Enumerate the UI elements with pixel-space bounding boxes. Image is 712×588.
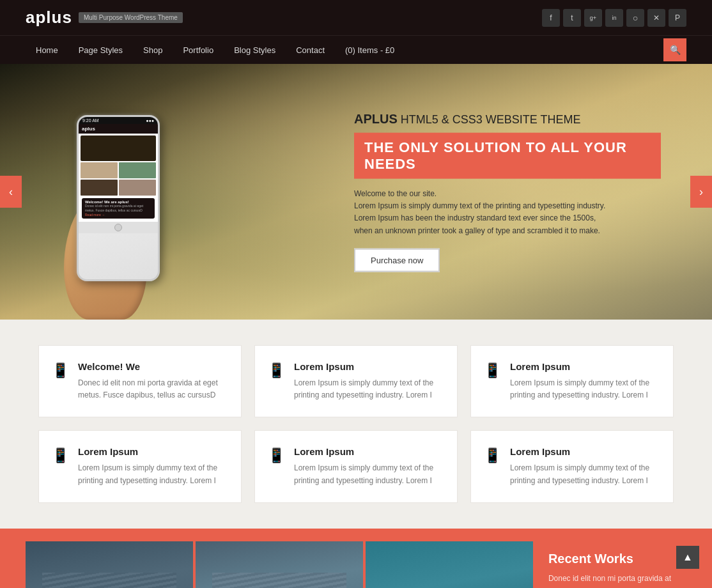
google-plus-icon[interactable]: g+ [584,9,602,27]
feature-desc-4: Lorem Ipsum is simply dummy text of the … [78,462,228,486]
header-logo: aplus Multi Purpose WordPress Theme [26,8,183,27]
github-icon[interactable]: ○ [626,9,644,27]
feature-content-6: Lorem Ipsum Lorem Ipsum is simply dummy … [510,446,660,486]
feature-content-2: Lorem Ipsum Lorem Ipsum is simply dummy … [294,361,444,401]
slider-next-button[interactable]: › [690,176,712,208]
phone-popup: Welcome! We are aplus! Donec id elit non… [82,198,155,219]
phone-popup-text: Donec id elit non mi porta gravida at eg… [85,204,151,213]
scroll-to-top-button[interactable]: ▲ [676,546,699,569]
recent-works-title: Recent Works [548,552,671,566]
nav-page-styles[interactable]: Page Styles [68,37,133,63]
mobile-icon-3: 📱 [484,362,501,379]
phone-logo: aplus [82,126,95,132]
nav-portfolio[interactable]: Portfolio [173,37,224,63]
phone-display: 9:20 AM ●●● aplus Welcome! We are aplus!… [51,67,205,320]
feature-title-3: Lorem Ipsum [510,361,660,372]
chevron-left-icon: ‹ [9,185,13,199]
search-button[interactable]: 🔍 [663,38,686,61]
recent-works-section: ‹ › Recent Works Donec id elit non mi po… [0,529,712,588]
feature-content-3: Lorem Ipsum Lorem Ipsum is simply dummy … [510,361,660,401]
phone-cell-4 [119,180,156,196]
feature-title-2: Lorem Ipsum [294,361,444,372]
linkedin-icon[interactable]: in [605,9,623,27]
feature-title-5: Lorem Ipsum [294,446,444,457]
phone-home-button [114,224,122,231]
chevron-right-icon: › [699,185,703,199]
header-top: aplus Multi Purpose WordPress Theme f t … [0,0,712,35]
feature-title-1: Welcome! We [78,361,228,372]
phone-time: 9:20 AM [82,118,99,123]
mobile-icon-4: 📱 [52,447,69,464]
work-image-3: ‹ › [366,541,533,588]
nav-items: Home Page Styles Shop Portfolio Blog Sty… [26,37,663,63]
mobile-icon-2: 📱 [268,362,285,379]
feature-content-5: Lorem Ipsum Lorem Ipsum is simply dummy … [294,446,444,486]
hero-subtitle: APLUS HTML5 & CSS3 WEBSITE THEME [354,112,661,127]
phone-topbar: aplus [79,124,158,134]
feature-title-4: Lorem Ipsum [78,446,228,457]
hero-description: Welcome to the our site. Lorem Ipsum is … [354,188,661,237]
recent-works-desc: Donec id elit non mi porta gravida at [548,573,671,585]
twitter-icon[interactable]: t [563,9,581,27]
logo-text: aplus [26,8,72,27]
nav-cart[interactable]: (0) Items - £0 [335,37,405,63]
feature-content-1: Welcome! We Donec id elit non mi porta g… [78,361,228,401]
work-image-2 [196,541,363,588]
mobile-icon-1: 📱 [52,362,69,379]
feature-desc-5: Lorem Ipsum is simply dummy text of the … [294,462,444,486]
feature-desc-6: Lorem Ipsum is simply dummy text of the … [510,462,660,486]
feature-card-4: 📱 Lorem Ipsum Lorem Ipsum is simply dumm… [38,430,242,502]
phone-body: Welcome! We are aplus! Donec id elit non… [79,134,158,222]
feature-desc-1: Donec id elit non mi porta gravida at eg… [78,377,228,401]
phone-cell-1 [81,162,118,178]
purchase-button[interactable]: Purchase now [354,248,440,272]
phone-grid [81,162,156,196]
logo-tagline: Multi Purpose WordPress Theme [79,12,183,23]
feature-desc-2: Lorem Ipsum is simply dummy text of the … [294,377,444,401]
phone-hero-block [81,135,156,161]
nav-bar: Home Page Styles Shop Portfolio Blog Sty… [0,35,712,64]
mobile-icon-6: 📱 [484,447,501,464]
features-grid-row2: 📱 Lorem Ipsum Lorem Ipsum is simply dumm… [38,430,674,502]
feature-card-6: 📱 Lorem Ipsum Lorem Ipsum is simply dumm… [470,430,674,502]
xing-icon[interactable]: ✕ [647,9,665,27]
work-image-1 [26,541,193,588]
phone-home-area [79,222,158,233]
phone-popup-link: Read more → [85,213,151,217]
phone-cell-2 [119,162,156,178]
feature-card-3: 📱 Lorem Ipsum Lorem Ipsum is simply dumm… [470,345,674,417]
nav-blog-styles[interactable]: Blog Styles [224,37,286,63]
phone-device: 9:20 AM ●●● aplus Welcome! We are aplus!… [77,115,160,281]
hero-title: THE ONLY SOLUTION TO ALL YOUR NEEDS [354,133,661,179]
feature-title-6: Lorem Ipsum [510,446,660,457]
feature-card-5: 📱 Lorem Ipsum Lorem Ipsum is simply dumm… [254,430,458,502]
phone-signal: ●●● [146,118,154,123]
works-images: ‹ › [26,541,533,588]
pinterest-icon[interactable]: P [669,9,686,27]
nav-contact[interactable]: Contact [286,37,335,63]
search-icon: 🔍 [670,45,681,55]
social-icons: f t g+ in ○ ✕ P [542,9,686,27]
feature-card-1: 📱 Welcome! We Donec id elit non mi porta… [38,345,242,417]
hero-content: APLUS HTML5 & CSS3 WEBSITE THEME THE ONL… [354,112,661,272]
mobile-icon-5: 📱 [268,447,285,464]
hero-slider: 9:20 AM ●●● aplus Welcome! We are aplus!… [0,64,712,320]
facebook-icon[interactable]: f [542,9,560,27]
nav-shop[interactable]: Shop [133,37,173,63]
phone-status-bar: 9:20 AM ●●● [79,117,158,124]
features-grid-row1: 📱 Welcome! We Donec id elit non mi porta… [38,345,674,417]
phone-cell-3 [81,180,118,196]
feature-desc-3: Lorem Ipsum is simply dummy text of the … [510,377,660,401]
nav-home[interactable]: Home [26,37,68,63]
features-section: 📱 Welcome! We Donec id elit non mi porta… [0,320,712,529]
works-content: Recent Works Donec id elit non mi porta … [533,541,686,588]
feature-content-4: Lorem Ipsum Lorem Ipsum is simply dummy … [78,446,228,486]
slider-prev-button[interactable]: ‹ [0,176,22,208]
feature-card-2: 📱 Lorem Ipsum Lorem Ipsum is simply dumm… [254,345,458,417]
arrow-up-icon: ▲ [683,552,693,563]
